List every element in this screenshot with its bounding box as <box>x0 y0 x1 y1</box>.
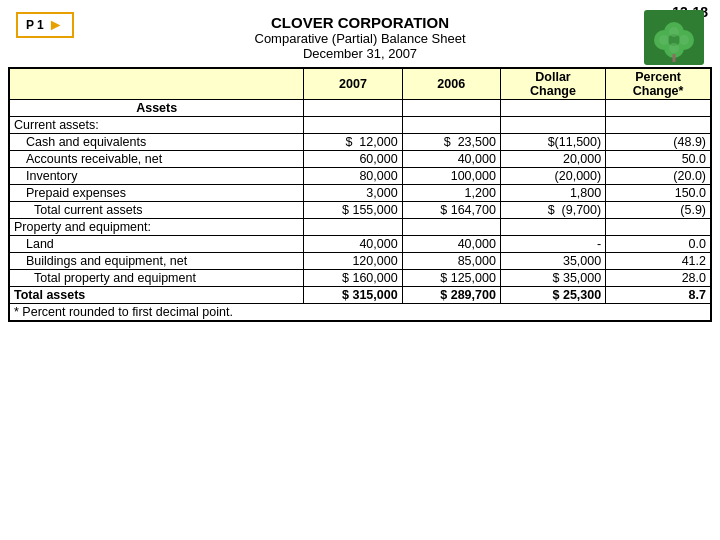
row-percent-prepaid: 150.0 <box>606 185 711 202</box>
row-percent-inv: (20.0) <box>606 168 711 185</box>
table-row: Prepaid expenses 3,000 1,200 1,800 150.0 <box>9 185 711 202</box>
row-label-buildings: Buildings and equipment, net <box>9 253 304 270</box>
row-label-ar: Accounts receivable, net <box>9 151 304 168</box>
clover-icon <box>644 10 704 65</box>
header-text: CLOVER CORPORATION Comparative (Partial)… <box>255 14 466 61</box>
footer-row: * Percent rounded to first decimal point… <box>9 304 711 322</box>
svg-point-9 <box>679 35 689 45</box>
row-label-cash: Cash and equivalents <box>9 134 304 151</box>
row-2007-buildings: 120,000 <box>304 253 402 270</box>
row-dollar-total-current: $ (9,700) <box>500 202 605 219</box>
svg-point-7 <box>669 27 679 37</box>
property-header-row: Property and equipment: <box>9 219 711 236</box>
current-assets-header-row: Current assets: <box>9 117 711 134</box>
assets-row: Assets <box>9 100 711 117</box>
header-section: P 1 ► CLOVER CORPORATION Comparative (Pa… <box>8 10 712 61</box>
p1-arrow: ► <box>48 16 64 34</box>
row-percent-buildings: 41.2 <box>606 253 711 270</box>
row-percent-cash: (48.9) <box>606 134 711 151</box>
row-percent-total-property: 28.0 <box>606 270 711 287</box>
assets-label: Assets <box>9 100 304 117</box>
balance-table: 2007 2006 DollarChange PercentChange* As… <box>8 67 712 322</box>
table-row: Total current assets $ 155,000 $ 164,700… <box>9 202 711 219</box>
p1-label: P 1 <box>26 18 44 32</box>
row-2007-total-current: $ 155,000 <box>304 202 402 219</box>
p1-badge: P 1 ► <box>16 12 74 38</box>
row-percent-total-current: (5.9) <box>606 202 711 219</box>
row-2007-inv: 80,000 <box>304 168 402 185</box>
svg-point-8 <box>659 35 669 45</box>
row-2007-land: 40,000 <box>304 236 402 253</box>
total-assets-2007: $ 315,000 <box>304 287 402 304</box>
col-header-2007: 2007 <box>304 68 402 100</box>
col-header-percent: PercentChange* <box>606 68 711 100</box>
total-assets-row: Total assets $ 315,000 $ 289,700 $ 25,30… <box>9 287 711 304</box>
svg-point-10 <box>669 43 679 53</box>
total-assets-label: Total assets <box>9 287 304 304</box>
row-label-total-current: Total current assets <box>9 202 304 219</box>
footer-note: * Percent rounded to first decimal point… <box>9 304 711 322</box>
total-assets-2006: $ 289,700 <box>402 287 500 304</box>
row-dollar-prepaid: 1,800 <box>500 185 605 202</box>
row-dollar-total-property: $ 35,000 <box>500 270 605 287</box>
row-2007-total-property: $ 160,000 <box>304 270 402 287</box>
table-row: Accounts receivable, net 60,000 40,000 2… <box>9 151 711 168</box>
row-2007-ar: 60,000 <box>304 151 402 168</box>
row-2006-prepaid: 1,200 <box>402 185 500 202</box>
col-header-2006: 2006 <box>402 68 500 100</box>
row-percent-land: 0.0 <box>606 236 711 253</box>
row-dollar-buildings: 35,000 <box>500 253 605 270</box>
row-dollar-cash: $(11,500) <box>500 134 605 151</box>
row-2007-prepaid: 3,000 <box>304 185 402 202</box>
table-row: Inventory 80,000 100,000 (20,000) (20.0) <box>9 168 711 185</box>
table-row: Land 40,000 40,000 - 0.0 <box>9 236 711 253</box>
row-label-total-property: Total property and equipment <box>9 270 304 287</box>
row-dollar-land: - <box>500 236 605 253</box>
row-2006-land: 40,000 <box>402 236 500 253</box>
row-dollar-ar: 20,000 <box>500 151 605 168</box>
row-percent-ar: 50.0 <box>606 151 711 168</box>
row-label-inv: Inventory <box>9 168 304 185</box>
row-label-land: Land <box>9 236 304 253</box>
table-row: Cash and equivalents $ 12,000 $ 23,500 $… <box>9 134 711 151</box>
table-header-row: 2007 2006 DollarChange PercentChange* <box>9 68 711 100</box>
header-title: CLOVER CORPORATION <box>255 14 466 31</box>
header-subtitle2: December 31, 2007 <box>255 46 466 61</box>
row-2006-total-current: $ 164,700 <box>402 202 500 219</box>
total-assets-dollar: $ 25,300 <box>500 287 605 304</box>
page-container: 13-18 P 1 ► CLOVER CORPORATION Comparati… <box>0 0 720 540</box>
empty-header <box>9 68 304 100</box>
col-header-dollar: DollarChange <box>500 68 605 100</box>
row-2006-total-property: $ 125,000 <box>402 270 500 287</box>
table-row: Total property and equipment $ 160,000 $… <box>9 270 711 287</box>
total-assets-percent: 8.7 <box>606 287 711 304</box>
row-2006-inv: 100,000 <box>402 168 500 185</box>
property-label: Property and equipment: <box>9 219 304 236</box>
row-2006-ar: 40,000 <box>402 151 500 168</box>
row-dollar-inv: (20,000) <box>500 168 605 185</box>
table-row: Buildings and equipment, net 120,000 85,… <box>9 253 711 270</box>
row-2006-cash: $ 23,500 <box>402 134 500 151</box>
header-subtitle1: Comparative (Partial) Balance Sheet <box>255 31 466 46</box>
current-assets-label: Current assets: <box>9 117 304 134</box>
row-2006-buildings: 85,000 <box>402 253 500 270</box>
row-2007-cash: $ 12,000 <box>304 134 402 151</box>
row-label-prepaid: Prepaid expenses <box>9 185 304 202</box>
